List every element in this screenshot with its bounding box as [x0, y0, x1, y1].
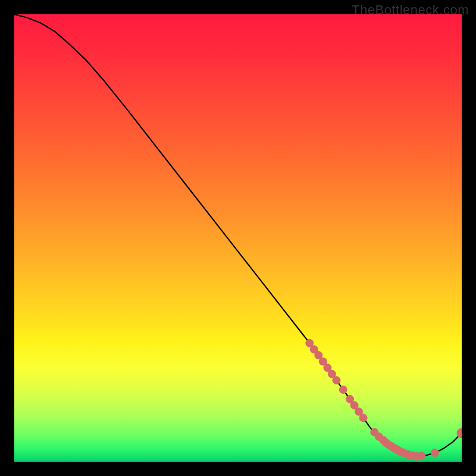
chart-svg — [14, 14, 462, 462]
curve-marker — [339, 386, 347, 393]
chart-stage: TheBottleneck.com — [0, 0, 476, 476]
watermark-text: TheBottleneck.com — [352, 2, 469, 18]
plot-area — [14, 14, 462, 462]
bottleneck-curve-line — [14, 14, 462, 456]
curve-marker — [333, 377, 340, 384]
curve-marker — [431, 449, 439, 456]
curve-marker — [359, 414, 367, 422]
marker-group — [306, 339, 462, 460]
curve-marker — [418, 452, 425, 460]
